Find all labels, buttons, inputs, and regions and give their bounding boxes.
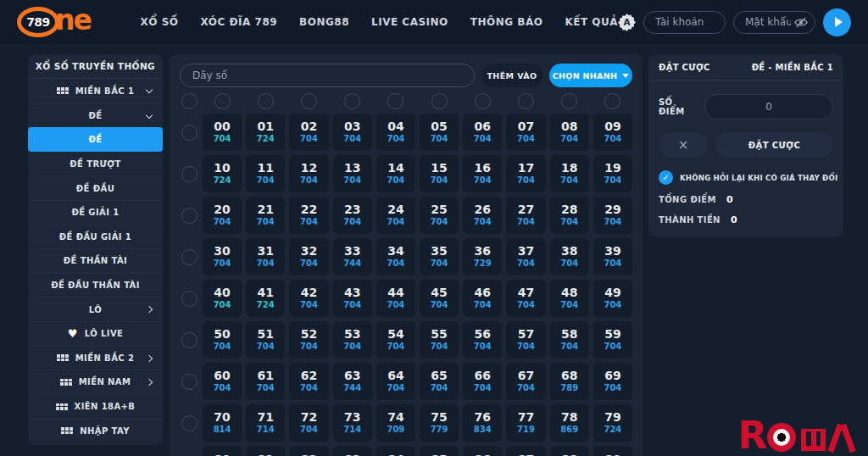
number-cell-04[interactable]: 04704: [376, 114, 415, 151]
number-cell-83[interactable]: 83: [333, 446, 372, 456]
number-cell-73[interactable]: 73714: [333, 404, 372, 442]
number-cell-88[interactable]: 88: [550, 446, 589, 456]
verified-badge-icon[interactable]: A: [618, 14, 636, 31]
sidebar-item[interactable]: ĐỀ THẦN TÀI: [28, 248, 163, 273]
login-button[interactable]: [823, 8, 851, 36]
number-cell-07[interactable]: 07704: [506, 114, 545, 151]
number-cell-19[interactable]: 19704: [593, 155, 632, 192]
number-cell-62[interactable]: 62704: [289, 363, 328, 400]
number-cell-61[interactable]: 61704: [246, 363, 285, 400]
nav-item-5[interactable]: THÔNG BÁO: [470, 16, 543, 28]
number-cell-81[interactable]: 81: [246, 446, 285, 456]
number-cell-27[interactable]: 27704: [506, 197, 545, 234]
sidebar-item[interactable]: NHẬP TAY: [28, 418, 163, 442]
add-button[interactable]: THÊM VÀO: [481, 64, 542, 87]
nav-item-6[interactable]: KẾT QUẢ: [565, 16, 618, 28]
nav-item-4[interactable]: LIVE CASINO: [371, 16, 448, 28]
number-cell-84[interactable]: 84: [376, 446, 415, 456]
number-cell-49[interactable]: 49704: [593, 280, 632, 317]
points-input[interactable]: [704, 94, 833, 120]
number-cell-09[interactable]: 09704: [593, 114, 632, 151]
number-cell-06[interactable]: 06704: [463, 114, 502, 151]
number-cell-12[interactable]: 12704: [289, 155, 328, 192]
column-select-radio[interactable]: [518, 93, 534, 109]
number-cell-56[interactable]: 56704: [463, 321, 502, 359]
select-all-radio[interactable]: [181, 93, 198, 109]
row-select-radio[interactable]: [181, 166, 198, 182]
number-cell-13[interactable]: 13704: [333, 155, 372, 192]
number-cell-50[interactable]: 50704: [203, 321, 242, 359]
number-cell-42[interactable]: 42704: [289, 280, 328, 317]
number-cell-24[interactable]: 24704: [376, 197, 415, 234]
number-cell-47[interactable]: 47704: [506, 280, 545, 317]
number-cell-25[interactable]: 25704: [420, 197, 459, 234]
row-select-radio[interactable]: [181, 291, 198, 307]
quick-pick-button[interactable]: CHỌN NHANH: [549, 64, 632, 87]
number-cell-64[interactable]: 64704: [376, 363, 415, 400]
number-cell-52[interactable]: 52704: [289, 321, 328, 359]
number-cell-35[interactable]: 35704: [420, 238, 459, 275]
column-select-radio[interactable]: [214, 93, 231, 109]
number-cell-79[interactable]: 79724: [593, 404, 632, 442]
number-cell-87[interactable]: 87: [506, 446, 545, 456]
number-cell-33[interactable]: 33744: [333, 238, 372, 275]
number-cell-05[interactable]: 05704: [420, 114, 459, 151]
number-cell-17[interactable]: 17704: [506, 155, 545, 192]
number-cell-70[interactable]: 70814: [203, 404, 242, 442]
sidebar-item[interactable]: ĐỀ GIẢI 1: [28, 200, 163, 225]
number-cell-85[interactable]: 85: [420, 446, 459, 456]
number-cell-46[interactable]: 46704: [463, 280, 502, 317]
sidebar-item[interactable]: MIỀN BẮC 1: [28, 79, 163, 103]
number-cell-55[interactable]: 55704: [420, 321, 459, 359]
number-cell-58[interactable]: 58704: [550, 321, 589, 359]
sidebar-item[interactable]: ĐỀ ĐẦU THẦN TÀI: [28, 273, 163, 298]
number-cell-11[interactable]: 11704: [246, 155, 285, 192]
number-cell-31[interactable]: 31704: [246, 238, 285, 275]
number-cell-69[interactable]: 69704: [593, 363, 632, 400]
number-cell-34[interactable]: 34704: [376, 238, 415, 275]
sidebar-item[interactable]: MIỀN BẮC 2: [28, 346, 163, 370]
number-cell-45[interactable]: 45704: [420, 280, 459, 317]
number-cell-74[interactable]: 74709: [376, 404, 415, 442]
number-cell-76[interactable]: 76834: [463, 404, 502, 442]
number-cell-20[interactable]: 20704: [203, 197, 242, 234]
sidebar-item[interactable]: XIÊN 18A+B: [28, 394, 163, 419]
eye-off-icon[interactable]: [794, 17, 808, 28]
number-cell-21[interactable]: 21704: [246, 197, 285, 234]
column-select-radio[interactable]: [431, 93, 448, 109]
number-cell-86[interactable]: 86: [463, 446, 502, 456]
number-cell-41[interactable]: 41724: [246, 280, 285, 317]
column-select-radio[interactable]: [344, 93, 360, 109]
nav-item-3[interactable]: BONG88: [299, 16, 349, 28]
sidebar-item[interactable]: ♥LÔ LIVE: [28, 321, 163, 346]
number-cell-59[interactable]: 59704: [593, 321, 632, 359]
number-cell-39[interactable]: 39704: [593, 238, 632, 275]
number-cell-23[interactable]: 23704: [333, 197, 372, 234]
number-cell-57[interactable]: 57704: [506, 321, 545, 359]
number-cell-65[interactable]: 65704: [420, 363, 459, 400]
number-cell-80[interactable]: 80: [203, 446, 242, 456]
sidebar-item[interactable]: ĐỀ ĐẦU: [28, 175, 163, 200]
number-cell-01[interactable]: 01724: [246, 114, 285, 151]
number-cell-68[interactable]: 68789: [550, 363, 589, 400]
number-cell-30[interactable]: 30704: [203, 238, 242, 275]
number-cell-89[interactable]: 89: [593, 446, 632, 456]
username-input[interactable]: [643, 11, 726, 34]
number-cell-40[interactable]: 40704: [203, 280, 242, 317]
sidebar-item[interactable]: MIỀN NAM: [28, 370, 163, 394]
sequence-input[interactable]: [180, 64, 475, 87]
number-cell-29[interactable]: 29704: [593, 197, 632, 234]
sidebar-item[interactable]: ĐỀ ĐẦU GIẢI 1: [28, 225, 163, 249]
number-cell-03[interactable]: 03704: [333, 114, 372, 151]
column-select-radio[interactable]: [604, 93, 620, 109]
column-select-radio[interactable]: [387, 93, 403, 109]
number-cell-10[interactable]: 10724: [203, 155, 242, 192]
number-cell-51[interactable]: 51704: [246, 321, 285, 359]
number-cell-32[interactable]: 32704: [289, 238, 328, 275]
number-cell-38[interactable]: 38704: [550, 238, 589, 275]
number-cell-02[interactable]: 02704: [289, 114, 328, 151]
row-select-radio[interactable]: [181, 374, 198, 390]
number-cell-36[interactable]: 36729: [463, 238, 502, 275]
number-cell-71[interactable]: 71714: [246, 404, 285, 442]
number-cell-77[interactable]: 77719: [506, 404, 545, 442]
